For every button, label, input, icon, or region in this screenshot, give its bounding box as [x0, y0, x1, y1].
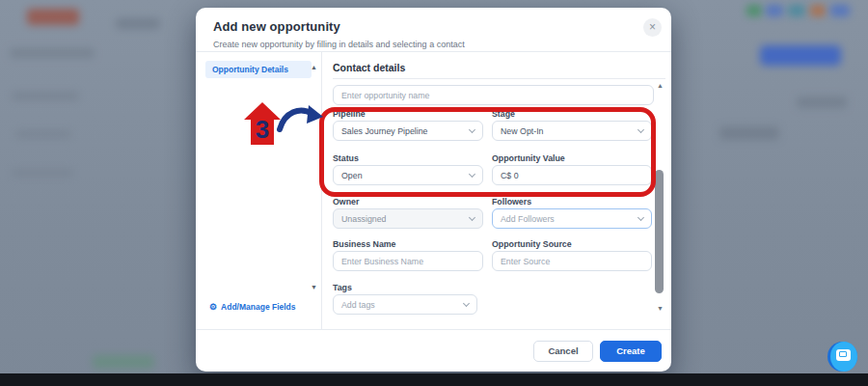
background-icon-blue2 — [830, 5, 850, 16]
scrollbar-down-icon[interactable]: ▼ — [657, 305, 664, 312]
opportunity-source-input[interactable] — [492, 251, 652, 271]
pipeline-value: Sales Journey Pipeline — [341, 126, 428, 136]
sidebar-tab-opportunity-details[interactable]: Opportunity Details — [205, 61, 312, 78]
background-sidebar-blob — [10, 48, 95, 58]
business-name-label: Business Name — [333, 239, 483, 249]
background-icon-green — [746, 5, 762, 16]
modal-body: Opportunity Details ⚙ Add/Manage Fields … — [196, 52, 671, 329]
collapse-up-icon[interactable]: ▲ — [311, 64, 317, 70]
followers-label: Followers — [492, 197, 652, 207]
collapse-down-icon[interactable]: ▼ — [311, 284, 317, 290]
stage-select[interactable]: New Opt-In — [492, 121, 652, 141]
add-manage-fields-link[interactable]: ⚙ Add/Manage Fields — [209, 302, 296, 312]
opportunity-value-input[interactable] — [492, 165, 652, 185]
scrollbar-thumb[interactable] — [655, 170, 664, 293]
create-button[interactable]: Create — [600, 341, 662, 362]
tags-select[interactable]: Add tags — [333, 294, 477, 315]
background-sidebar-blob — [15, 130, 71, 138]
cancel-button[interactable]: Cancel — [533, 341, 593, 362]
modal-subtitle: Create new opportunity by filling in det… — [213, 40, 654, 49]
add-opportunity-modal: Add new opportunity Create new opportuni… — [196, 8, 671, 372]
opportunity-source-label: Opportunity Source — [492, 239, 652, 249]
background-icon-blue — [766, 5, 783, 16]
chat-widget-button[interactable] — [827, 342, 857, 372]
stage-label: Stage — [492, 109, 652, 119]
stage-value: New Opt-In — [501, 126, 544, 136]
modal-footer: Cancel Create — [196, 329, 671, 372]
owner-label: Owner — [333, 197, 483, 207]
tags-placeholder: Add tags — [341, 300, 375, 310]
background-icon-orange — [810, 5, 826, 16]
background-sidebar-blob — [12, 92, 79, 100]
chevron-down-icon — [469, 125, 475, 132]
section-title: Contact details — [333, 62, 405, 73]
status-label: Status — [333, 153, 483, 163]
chevron-down-icon — [469, 213, 475, 220]
add-manage-fields-label: Add/Manage Fields — [221, 302, 295, 312]
step-number-text: 3 — [256, 115, 269, 144]
gear-icon: ⚙ — [209, 302, 217, 312]
owner-value: Unassigned — [341, 214, 386, 224]
background-pill-blob — [797, 96, 847, 108]
followers-select[interactable]: Add Followers — [492, 208, 652, 229]
opportunity-value-label: Opportunity Value — [492, 153, 652, 163]
chevron-down-icon — [469, 170, 475, 177]
scrollbar-up-icon[interactable]: ▲ — [657, 82, 664, 89]
tags-label: Tags — [333, 283, 483, 292]
close-icon[interactable]: × — [643, 18, 662, 37]
modal-title: Add new opportunity — [213, 19, 654, 34]
chevron-down-icon — [463, 299, 470, 306]
business-name-input[interactable] — [333, 251, 483, 271]
followers-placeholder: Add Followers — [501, 214, 555, 224]
opportunity-form: Contact details Pipeline Sales Journey P… — [322, 52, 671, 329]
owner-select[interactable]: Unassigned — [333, 208, 483, 229]
annotation-curved-arrow-icon — [277, 104, 323, 133]
background-text-blob — [116, 18, 160, 29]
opportunity-name-input[interactable] — [333, 85, 654, 105]
pipeline-select[interactable]: Sales Journey Pipeline — [333, 121, 483, 141]
status-value: Open — [341, 171, 363, 180]
background-sidebar-blob — [12, 169, 73, 177]
status-select[interactable]: Open — [333, 165, 483, 185]
app-logo-blob — [27, 9, 79, 25]
chevron-down-icon — [637, 213, 644, 220]
chevron-down-icon — [637, 125, 644, 132]
chat-bubble-glyph — [839, 351, 847, 357]
background-icon-teal — [788, 5, 805, 16]
bottom-black-bar — [0, 373, 868, 386]
section-divider — [333, 78, 665, 79]
background-green-button-blob — [93, 355, 154, 369]
modal-sidebar: Opportunity Details ⚙ Add/Manage Fields … — [196, 52, 322, 329]
pipeline-label: Pipeline — [333, 109, 483, 119]
background-row-blob — [719, 126, 779, 140]
background-button-blob — [760, 45, 841, 66]
chat-bubble-icon — [836, 349, 851, 361]
modal-header: Add new opportunity Create new opportuni… — [196, 8, 671, 52]
